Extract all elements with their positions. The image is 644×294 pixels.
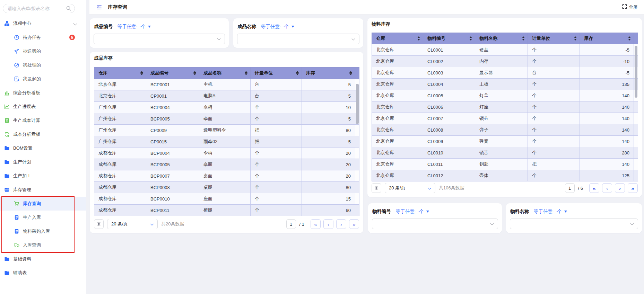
- filter-operator-dropdown[interactable]: 等于任意一个: [396, 208, 429, 215]
- search-input[interactable]: [3, 4, 75, 13]
- first-page-button[interactable]: «: [589, 183, 599, 193]
- column-header[interactable]: 物料名称: [475, 33, 528, 44]
- column-header[interactable]: 计量单位: [251, 68, 302, 79]
- table-scrollbar[interactable]: [635, 46, 637, 98]
- column-header[interactable]: 成品编号: [146, 68, 199, 79]
- caret-down-icon: [564, 211, 567, 213]
- filter-operator-dropdown[interactable]: 等于任意一个: [534, 208, 567, 215]
- prev-page-button[interactable]: ‹: [323, 219, 333, 229]
- material-name-select[interactable]: [510, 219, 638, 229]
- last-page-button[interactable]: »: [628, 183, 638, 193]
- chevron-down-icon: [490, 222, 494, 225]
- scrollbar-gutter: [355, 136, 359, 148]
- filter-label: 物料编号: [372, 208, 391, 215]
- sidebar-item[interactable]: 物料采购入库: [0, 224, 86, 238]
- column-header[interactable]: 仓库: [94, 68, 146, 79]
- caret-down-icon: [148, 26, 151, 28]
- table-cell: 140: [580, 113, 634, 124]
- table-scrollbar[interactable]: [356, 84, 359, 124]
- sort-icon[interactable]: [469, 36, 472, 41]
- table-cell: -10: [580, 56, 634, 67]
- table-row: 成都仓库BCP0010座面个15: [94, 193, 359, 205]
- table-cell: 伞面: [199, 159, 251, 170]
- sidebar-item[interactable]: 辅助表: [0, 266, 86, 280]
- current-page-box[interactable]: 1: [565, 183, 575, 193]
- sidebar-item[interactable]: 成本分析看板: [0, 127, 86, 141]
- table-cell: CP0001: [146, 90, 199, 102]
- sort-icon[interactable]: [574, 36, 577, 41]
- table-cell: BCP0008: [146, 182, 199, 193]
- sort-icon[interactable]: [193, 71, 196, 75]
- table-cell: 北京仓库: [372, 159, 423, 170]
- collapse-back-icon[interactable]: [96, 4, 102, 10]
- prev-page-button[interactable]: ‹: [602, 183, 612, 193]
- table-cell: -5: [580, 67, 634, 79]
- sidebar-item[interactable]: 抄送我的: [0, 44, 86, 58]
- sidebar-item[interactable]: 生产进度表: [0, 100, 86, 114]
- sidebar-item[interactable]: 生产计划: [0, 155, 86, 169]
- table-cell: 弹子: [475, 124, 528, 136]
- sidebar-item[interactable]: BOM设置: [0, 141, 86, 155]
- sidebar-item[interactable]: 待办任务5: [0, 30, 86, 44]
- first-page-button[interactable]: «: [311, 219, 321, 229]
- sidebar-item[interactable]: 流程中心: [0, 17, 86, 30]
- folder-icon: [4, 173, 10, 179]
- sort-icon[interactable]: [349, 71, 352, 75]
- fullscreen-icon: [622, 4, 627, 10]
- sort-icon[interactable]: [296, 71, 299, 75]
- sort-icon[interactable]: [140, 71, 143, 75]
- sidebar-item[interactable]: 生产加工: [0, 169, 86, 183]
- sidebar-item[interactable]: 我发起的: [0, 72, 86, 86]
- filter-operator-dropdown[interactable]: 等于任意一个: [261, 24, 294, 30]
- sidebar-item[interactable]: 生产入库: [0, 211, 86, 224]
- table-cell: CL0002: [423, 56, 475, 67]
- caret-down-icon: [291, 26, 294, 28]
- material-pagination: 20 条/页 共106条数据 1 / 6 «‹›»: [372, 183, 638, 193]
- sort-icon[interactable]: [628, 36, 631, 41]
- sidebar-item[interactable]: 生产成本计算: [0, 114, 86, 127]
- filter-card-product-name: 成品名称 等于任意一个: [233, 18, 363, 48]
- folder-icon: [4, 256, 10, 262]
- filter-operator-dropdown[interactable]: 等于任意一个: [118, 24, 151, 30]
- next-page-button[interactable]: ›: [336, 219, 346, 229]
- sort-icon[interactable]: [245, 71, 247, 75]
- table-cell: 钥匙: [475, 159, 528, 170]
- column-header[interactable]: 成品名称: [199, 68, 251, 79]
- product-code-select[interactable]: [94, 34, 225, 44]
- column-header[interactable]: 库存: [302, 68, 355, 79]
- current-page-box[interactable]: 1: [286, 219, 296, 229]
- sidebar-item[interactable]: 我处理的: [0, 58, 86, 72]
- page-size-select[interactable]: 20 条/页: [385, 183, 435, 193]
- table-row: 北京仓库CP0001电脑A台5: [94, 90, 359, 102]
- sidebar-item[interactable]: 库存管理: [0, 183, 86, 197]
- sort-icon[interactable]: [417, 36, 420, 41]
- column-header[interactable]: 仓库: [372, 33, 423, 44]
- sidebar-item[interactable]: 基础资料: [0, 252, 86, 266]
- fit-rows-button[interactable]: [372, 183, 381, 193]
- last-page-button[interactable]: »: [349, 219, 359, 229]
- filter-card-material-code: 物料编号 等于任意一个: [368, 203, 502, 233]
- fit-rows-button[interactable]: [94, 219, 104, 229]
- sidebar-item[interactable]: 库存查询: [0, 197, 86, 211]
- page-size-select[interactable]: 20 条/页: [107, 219, 158, 229]
- chevron-down-icon: [630, 222, 634, 225]
- cost-analysis-icon: [4, 132, 10, 137]
- product-name-select[interactable]: [237, 34, 359, 44]
- next-page-button[interactable]: ›: [615, 183, 625, 193]
- chevron-down-icon[interactable]: [73, 21, 77, 25]
- sidebar-item[interactable]: 入库查询: [0, 238, 86, 252]
- search-icon[interactable]: [66, 6, 71, 11]
- table-cell: 椅腿: [199, 205, 251, 216]
- fullscreen-button[interactable]: 全屏: [622, 4, 638, 10]
- table-cell: 个: [528, 56, 580, 67]
- material-code-select[interactable]: [372, 219, 498, 229]
- filter-label: 成品名称: [237, 24, 256, 30]
- folder-open-icon: [4, 187, 10, 193]
- table-row: 北京仓库CL0008弹子个140: [372, 124, 638, 136]
- column-header[interactable]: 物料编号: [423, 33, 475, 44]
- column-header[interactable]: 库存: [580, 33, 634, 44]
- column-header[interactable]: 计量单位: [528, 33, 580, 44]
- sort-icon[interactable]: [522, 36, 525, 41]
- sidebar-item[interactable]: 综合分析看板: [0, 86, 86, 100]
- total-count: 共20条数据: [161, 221, 184, 227]
